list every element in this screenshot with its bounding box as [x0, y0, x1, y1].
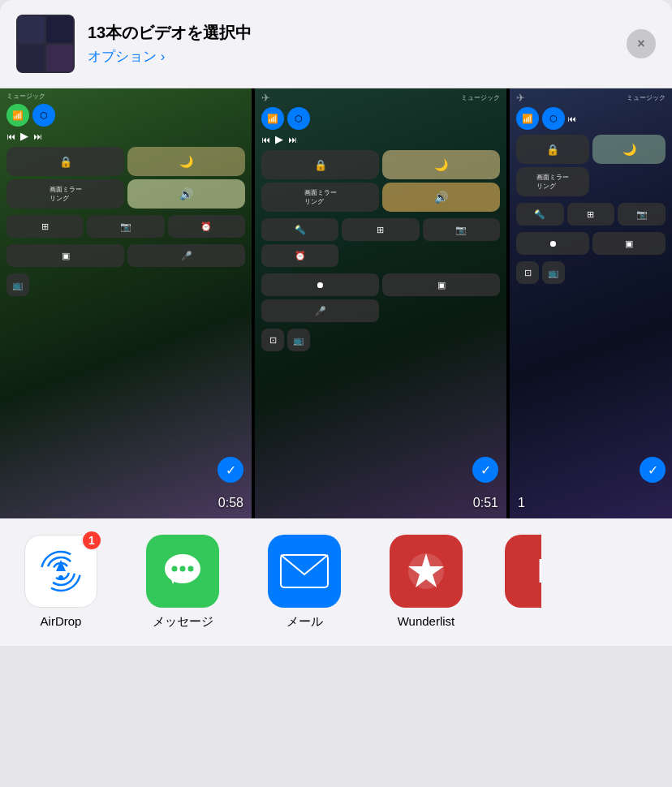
checkmark-3: ✓ [640, 457, 666, 483]
cc-label-3: ミュージック [627, 93, 666, 102]
app-item-wunderlist[interactable]: Wunderlist [365, 535, 487, 630]
mail-icon-wrapper [268, 535, 341, 608]
app-item-partial[interactable]: N [487, 535, 541, 630]
messages-label: メッセージ [153, 614, 213, 630]
bottom-tile-1b: 🎤 [127, 244, 245, 267]
wifi-icon-1: 📶 [6, 104, 29, 127]
duration-2: 0:51 [473, 496, 498, 510]
duration-1: 0:58 [218, 496, 243, 510]
checkmark-1: ✓ [218, 457, 243, 483]
checkmark-2: ✓ [472, 457, 498, 483]
bluetooth-icon-2: ⬡ [287, 107, 310, 130]
grid-icon-2a: ⊞ [342, 218, 419, 241]
partial-icon-wrapper: N [505, 535, 541, 608]
prev-btn-2: ⏮ [261, 135, 270, 144]
mail-svg [279, 553, 330, 589]
play-btn-2: ▶ [275, 133, 283, 145]
svg-marker-4 [56, 560, 66, 571]
grid-icon-2b: 📷 [423, 218, 500, 241]
svg-point-8 [180, 566, 186, 572]
grid-icon-2c: ⏰ [261, 244, 338, 267]
moon-tile-3: 🌙 [592, 135, 666, 164]
bottom-tile-1c: 📺 [6, 273, 29, 296]
bottom-tile-1a: ▣ [6, 244, 124, 267]
airdrop-badge: 1 [81, 530, 102, 551]
wunderlist-label: Wunderlist [398, 614, 455, 628]
share-thumbnail [16, 15, 75, 73]
app-item-mail[interactable]: メール [243, 535, 365, 630]
wunderlist-svg [403, 548, 449, 594]
svg-point-9 [188, 566, 194, 572]
close-button[interactable]: × [627, 29, 656, 58]
scan-3: ⊡ [516, 261, 539, 284]
torch-2: 🔦 [261, 218, 338, 241]
video-item-3[interactable]: ✈ ミュージック 📶 ⬡ ⏮ 🔒 🌙 画面ミラーリング 🔦 ⊞ 📷 ⏺ ▣ [510, 88, 672, 518]
app-item-airdrop[interactable]: 1 AirDrop [0, 535, 122, 630]
video-item-2[interactable]: ✈ ミュージック 📶 ⬡ ⏮ ▶ ⏭ 🔒 🌙 画面ミラーリング 🔊 🔦 ⊞ [255, 88, 506, 518]
wunderlist-icon-wrapper [390, 535, 463, 608]
brightness-tile-1: 🔊 [127, 179, 245, 209]
remote-2: 📺 [287, 329, 310, 351]
messages-icon [146, 535, 219, 608]
scan-2: ⊡ [261, 329, 284, 351]
partial-letter: N [537, 552, 541, 591]
mail-icon [268, 535, 341, 608]
wunderlist-icon [390, 535, 463, 608]
share-header: 13本のビデオを選択中 オプション › × [0, 0, 672, 88]
app-share-row: 1 AirDrop メッセージ [0, 518, 672, 646]
bluetooth-icon-3: ⬡ [542, 107, 565, 130]
bottom-tile-2a: ▣ [382, 273, 500, 296]
torch-3: 🔦 [516, 203, 564, 226]
grid-icon-1a: ⊞ [6, 215, 84, 238]
svg-point-3 [58, 575, 63, 580]
messages-icon-wrapper [146, 535, 219, 608]
airdrop-icon-wrapper: 1 [24, 535, 97, 608]
prev-btn-1: ⏮ [6, 131, 15, 141]
share-title: 13本のビデオを選択中 [88, 22, 614, 44]
airdrop-svg [38, 548, 84, 594]
record-3: ⏺ [516, 232, 589, 255]
share-options-button[interactable]: オプション › [88, 47, 614, 66]
rotation-tile-1: 🔒 [6, 147, 124, 176]
grid-icon-3b: 📷 [618, 203, 666, 226]
mail-label: メール [286, 614, 323, 630]
next-btn-1: ⏭ [33, 131, 42, 141]
moon-tile-2: 🌙 [382, 150, 500, 179]
messages-svg [160, 548, 205, 594]
rotation-tile-3: 🔒 [516, 135, 589, 164]
app-item-messages[interactable]: メッセージ [122, 535, 243, 630]
play-btn-1: ▶ [20, 130, 28, 142]
cc-label-1: ミュージック [6, 92, 45, 101]
next-btn-2: ⏭ [288, 135, 297, 144]
partial-icon: N [505, 535, 541, 608]
share-info: 13本のビデオを選択中 オプション › [88, 22, 614, 66]
bluetooth-icon-1: ⬡ [32, 104, 55, 127]
close-icon: × [637, 37, 644, 50]
rotation-tile-2: 🔒 [261, 150, 379, 179]
grid-icon-3a: ⊞ [567, 203, 615, 226]
mirror-tile-2: 画面ミラーリング [261, 183, 379, 212]
grid-icon-1b: 📷 [87, 215, 164, 238]
svg-point-7 [172, 566, 178, 572]
record-2: ⏺ [261, 273, 379, 296]
mirror-tile-3: 画面ミラーリング [516, 167, 589, 196]
prev-btn-3: ⏮ [568, 114, 576, 123]
mirror-tile-1: 画面ミラーリング [6, 179, 124, 209]
bottom-tile-2b: 🎤 [261, 299, 379, 322]
remote-3: 📺 [542, 261, 565, 284]
moon-tile-1: 🌙 [127, 147, 245, 176]
wifi-icon-3: 📶 [516, 107, 539, 130]
brightness-tile-2: 🔊 [382, 183, 500, 212]
bottom-tile-3a: ▣ [592, 232, 666, 255]
airdrop-label: AirDrop [41, 614, 82, 628]
duration-3: 1 [518, 496, 525, 510]
video-grid: ミュージック 📶 ⬡ ⏮ ▶ ⏭ 🔒 🌙 画面ミラーリング 🔊 ⊞ 📷 ⏰ [0, 88, 672, 518]
video-item-1[interactable]: ミュージック 📶 ⬡ ⏮ ▶ ⏭ 🔒 🌙 画面ミラーリング 🔊 ⊞ 📷 ⏰ [0, 88, 252, 518]
cc-label-2: ミュージック [461, 93, 500, 102]
grid-icon-1c: ⏰ [168, 215, 245, 238]
wifi-icon-2: 📶 [261, 107, 284, 130]
